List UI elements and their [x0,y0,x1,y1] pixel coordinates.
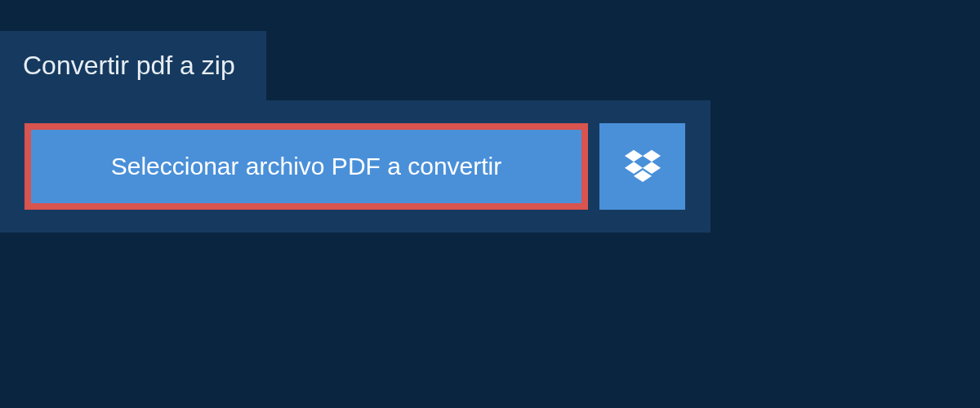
page-title-tab: Convertir pdf a zip [0,31,266,100]
dropbox-icon [625,147,661,186]
button-row: Seleccionar archivo PDF a convertir [24,123,686,210]
upload-panel: Seleccionar archivo PDF a convertir [0,100,710,233]
select-file-button[interactable]: Seleccionar archivo PDF a convertir [24,123,588,210]
dropbox-button[interactable] [599,123,685,210]
page-title: Convertir pdf a zip [23,51,235,80]
select-file-label: Seleccionar archivo PDF a convertir [111,153,502,180]
